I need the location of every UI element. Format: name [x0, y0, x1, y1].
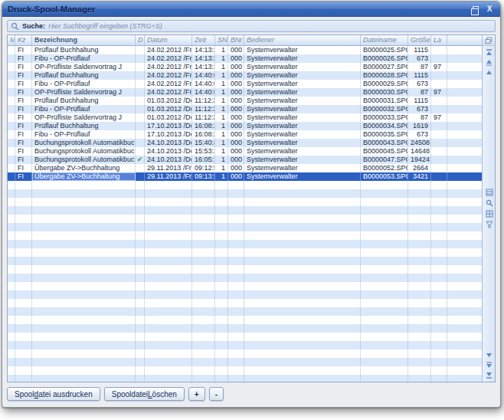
- table-row[interactable]: FIFibu - OP-Prüflauf17.10.2013 /Do16:08:…: [8, 130, 482, 139]
- table-cell: OP-Prüfliste Saldenvortrag J: [32, 88, 136, 97]
- table-cell: [244, 316, 361, 324]
- table-cell-filler: [447, 282, 482, 290]
- column-header-bnr[interactable]: BNr: [228, 35, 244, 45]
- zoom-icon[interactable]: [483, 199, 495, 208]
- table-cell: [15, 257, 32, 265]
- add-button[interactable]: +: [188, 387, 205, 401]
- column-header-la[interactable]: La: [431, 35, 447, 45]
- column-header-zeit[interactable]: Zeit: [192, 35, 215, 45]
- table-cell: [228, 366, 244, 375]
- empty-row[interactable]: [8, 231, 482, 240]
- grid-view-icon[interactable]: [483, 209, 495, 219]
- search-bar[interactable]: Suche: Hier Suchbegriff eingeben (STRG+S…: [7, 20, 496, 32]
- table-cell: [431, 156, 447, 164]
- table-cell: [361, 282, 408, 290]
- empty-row[interactable]: [8, 223, 482, 231]
- scroll-to-bottom-icon[interactable]: [483, 370, 495, 380]
- column-header-datum[interactable]: Datum: [145, 35, 192, 45]
- table-cell: [32, 349, 136, 358]
- table-cell: [15, 366, 32, 375]
- column-header-d[interactable]: D: [136, 35, 145, 45]
- print-spoolfile-button[interactable]: Spooldatei ausdrucken: [7, 387, 100, 401]
- table-cell: [408, 223, 431, 231]
- table-row[interactable]: FIPrüflauf Buchhaltung24.02.2012 /Fr14:1…: [8, 46, 482, 54]
- table-row[interactable]: FIBuchungsprotokoll Automatikbuc24.10.20…: [8, 147, 482, 156]
- table-cell: [32, 265, 136, 274]
- scroll-page-up-icon[interactable]: [483, 57, 495, 67]
- delete-spoolfile-button[interactable]: Spooldatei Löschen: [104, 387, 185, 401]
- empty-row[interactable]: [8, 299, 482, 307]
- table-row[interactable]: FIÜbergabe ZV->Buchhaltung29.11.2013 /Fr…: [8, 164, 482, 172]
- column-header-kz[interactable]: Kz: [15, 35, 32, 45]
- empty-row[interactable]: [8, 307, 482, 316]
- table-row[interactable]: FIFibu - OP-Prüflauf01.03.2012 /Do11:12:…: [8, 105, 482, 113]
- list-view-icon[interactable]: [483, 188, 495, 198]
- table-row[interactable]: FIOP-Prüfliste Saldenvortrag J24.02.2012…: [8, 88, 482, 97]
- table-row[interactable]: FIFibu - OP-Prüflauf24.02.2012 /Fr14:40:…: [8, 80, 482, 88]
- table-cell: [215, 181, 228, 189]
- empty-row[interactable]: [8, 240, 482, 248]
- scroll-page-down-icon[interactable]: [483, 360, 495, 370]
- scroll-to-top-icon[interactable]: [483, 48, 495, 57]
- table-cell: [244, 231, 361, 240]
- table-cell: [145, 307, 192, 316]
- empty-row[interactable]: [8, 189, 482, 198]
- table-cell: [145, 231, 192, 240]
- empty-row[interactable]: [8, 257, 482, 265]
- empty-row[interactable]: [8, 358, 482, 366]
- table-cell: [136, 341, 145, 349]
- empty-row[interactable]: [8, 290, 482, 299]
- table-row[interactable]: FIOP-Prüfliste Saldenvortrag J01.03.2012…: [8, 113, 482, 122]
- empty-row[interactable]: [8, 375, 482, 382]
- empty-row[interactable]: [8, 341, 482, 349]
- empty-row[interactable]: [8, 181, 482, 189]
- search-label: Suche:: [22, 22, 45, 30]
- scroll-line-down-icon[interactable]: [483, 350, 495, 360]
- table-row[interactable]: FIOP-Prüfliste Saldenvortrag J24.02.2012…: [8, 63, 482, 71]
- empty-row[interactable]: [8, 198, 482, 206]
- empty-row[interactable]: [8, 215, 482, 223]
- empty-row[interactable]: [8, 248, 482, 257]
- table-cell: [408, 375, 431, 382]
- table-row[interactable]: FIPrüflauf Buchhaltung01.03.2012 /Do11:1…: [8, 97, 482, 105]
- empty-row[interactable]: [8, 316, 482, 324]
- column-options-icon[interactable]: [483, 35, 495, 46]
- empty-row[interactable]: [8, 206, 482, 215]
- column-header-größe[interactable]: Größe: [408, 35, 431, 45]
- table-row[interactable]: FIÜbergabe ZV->Buchhaltung29.11.2013 /Fr…: [8, 172, 482, 181]
- table-cell: [145, 198, 192, 206]
- column-header-snr[interactable]: SNr: [215, 35, 228, 45]
- column-header-bediener[interactable]: Bediener: [244, 35, 361, 45]
- column-header-m[interactable]: M: [8, 35, 15, 45]
- table-row[interactable]: FIPrüflauf Buchhaltung17.10.2013 /Do16:0…: [8, 122, 482, 130]
- empty-row[interactable]: [8, 366, 482, 375]
- close-window-icon[interactable]: X: [484, 4, 495, 14]
- restore-window-icon[interactable]: [470, 4, 481, 14]
- remove-button[interactable]: -: [209, 387, 224, 401]
- table-cell: [8, 265, 15, 274]
- table-row[interactable]: FIBuchungsprotokoll Automatikbuc24.10.20…: [8, 139, 482, 147]
- vertical-scrollbar[interactable]: [482, 35, 495, 382]
- empty-row[interactable]: [8, 324, 482, 333]
- table-cell: [228, 349, 244, 358]
- empty-row[interactable]: [8, 274, 482, 282]
- table-cell: 1: [215, 63, 228, 71]
- table-cell: FI: [15, 54, 32, 63]
- filter-icon[interactable]: [483, 220, 495, 230]
- column-header-dateiname[interactable]: Dateiname: [361, 35, 408, 45]
- empty-row[interactable]: [8, 349, 482, 358]
- table-cell: [8, 206, 15, 215]
- column-header-bezeichnung[interactable]: Bezeichnung: [32, 35, 136, 45]
- table-row[interactable]: FIBuchungsprotokoll Automatikbuc✔24.10.2…: [8, 156, 482, 164]
- empty-row[interactable]: [8, 265, 482, 274]
- table-row[interactable]: FIPrüflauf Buchhaltung24.02.2012 /Fr14:4…: [8, 71, 482, 80]
- table-cell: [431, 257, 447, 265]
- table-cell: 14:40:08: [192, 88, 215, 97]
- table-cell-filler: [447, 223, 482, 231]
- table-cell: B0000028.SPO: [361, 71, 408, 80]
- scroll-line-up-icon[interactable]: [483, 67, 495, 77]
- table-cell: 97: [431, 113, 447, 122]
- table-row[interactable]: FIFibu - OP-Prüflauf24.02.2012 /Fr14:13:…: [8, 54, 482, 63]
- empty-row[interactable]: [8, 282, 482, 290]
- empty-row[interactable]: [8, 333, 482, 341]
